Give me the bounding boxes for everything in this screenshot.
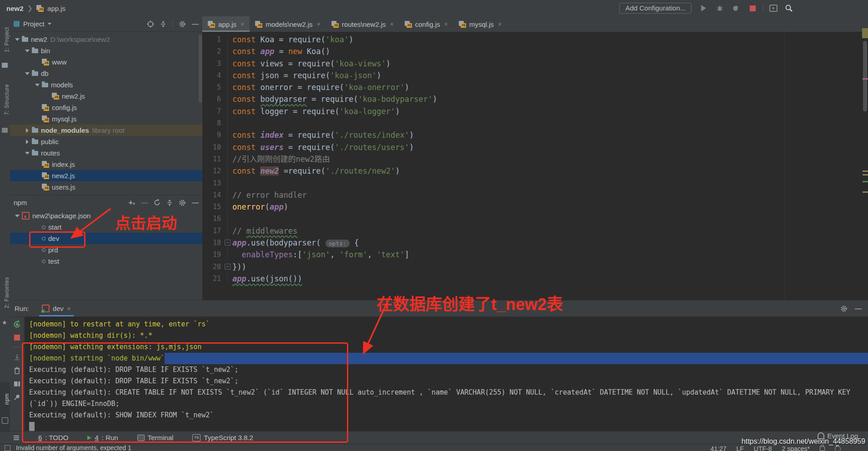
run-button[interactable] — [699, 4, 708, 13]
gear-icon[interactable] — [179, 20, 186, 28]
npm-script-row[interactable]: start — [10, 221, 202, 233]
line-ending[interactable]: LF — [737, 445, 744, 451]
npm-script-row[interactable]: new2\package.json — [10, 210, 202, 221]
remove-icon[interactable]: — — [141, 199, 148, 206]
chevron-down-icon[interactable] — [48, 23, 51, 25]
indent-setting[interactable]: 2 spaces* — [782, 445, 810, 451]
collapse-all-icon[interactable] — [166, 200, 173, 206]
gear-icon[interactable] — [840, 305, 848, 312]
close-icon[interactable]: × — [498, 20, 502, 28]
close-icon[interactable]: × — [241, 20, 244, 28]
add-icon[interactable]: +▾ — [129, 198, 135, 207]
close-icon[interactable]: × — [444, 20, 448, 28]
hide-panel-icon[interactable]: — — [192, 20, 199, 28]
project-scrollbar[interactable] — [199, 35, 202, 103]
tree-expand-arrow[interactable] — [33, 84, 42, 86]
npm-script-row[interactable]: prd — [10, 244, 202, 256]
rerun-icon[interactable] — [13, 321, 21, 328]
tree-row[interactable]: JSwww — [10, 56, 202, 68]
locate-file-icon[interactable] — [147, 20, 154, 28]
encoding[interactable]: UTF-8 — [754, 445, 772, 451]
editor-tab[interactable]: JSapp.js× — [202, 16, 250, 32]
editor-tab[interactable]: JSroutes\new2.js× — [326, 16, 399, 32]
tree-row[interactable]: JSnew2.js — [10, 170, 202, 181]
tree-expand-arrow[interactable] — [13, 215, 22, 217]
tree-row[interactable]: routes — [10, 147, 202, 159]
lock-icon[interactable] — [820, 446, 825, 451]
line-number: 14 — [202, 189, 228, 201]
breadcrumb-file[interactable]: app.js — [47, 5, 65, 12]
collapse-all-icon[interactable] — [160, 21, 166, 27]
tree-row[interactable]: JSnew2.js — [10, 90, 202, 102]
run-console[interactable]: [nodemon] to restart at any time, enter … — [25, 317, 868, 431]
error-stripe-mark[interactable] — [863, 181, 868, 182]
error-stripe-mark[interactable] — [863, 174, 868, 175]
tool-window-tab-favorites[interactable]: 2: Favorites — [0, 269, 10, 316]
close-icon[interactable]: × — [390, 20, 394, 28]
fold-marker-icon[interactable]: − — [225, 264, 231, 270]
fold-marker-icon[interactable]: − — [225, 240, 231, 246]
tree-expand-arrow[interactable] — [23, 140, 32, 144]
pin-icon[interactable] — [14, 394, 20, 401]
tree-row[interactable]: public — [10, 136, 202, 147]
tree-row[interactable]: JSindex.js — [10, 159, 202, 170]
stop-button[interactable] — [748, 4, 757, 13]
stop-icon[interactable] — [14, 335, 20, 341]
structure-tool-icon — [2, 128, 8, 133]
hide-panel-icon[interactable]: — — [855, 305, 862, 312]
tree-row[interactable]: JSmysql.js — [10, 113, 202, 125]
tree-row[interactable]: models — [10, 79, 202, 90]
editor-tab[interactable]: JSconfig.js× — [399, 16, 453, 32]
hector-icon[interactable] — [835, 446, 841, 451]
error-stripe-mark[interactable] — [863, 170, 868, 172]
debug-icon[interactable] — [715, 4, 724, 13]
layout-icon[interactable] — [14, 381, 20, 387]
search-everywhere-icon[interactable] — [784, 4, 793, 13]
tree-expand-arrow[interactable] — [23, 152, 32, 155]
tree-row[interactable]: db — [10, 68, 202, 79]
gear-icon[interactable] — [179, 199, 186, 206]
error-stripe-mark[interactable] — [863, 191, 868, 193]
tree-expand-arrow[interactable] — [23, 128, 32, 133]
tree-expand-arrow[interactable] — [23, 72, 32, 75]
run-anything-icon[interactable] — [769, 4, 778, 13]
scroll-to-end-icon[interactable] — [14, 354, 20, 361]
tree-row[interactable]: JSusers.js — [10, 181, 202, 193]
close-icon[interactable]: × — [317, 20, 321, 28]
run-tab-dev[interactable]: dev × — [39, 301, 74, 316]
editor-tab[interactable]: JSmodels\new2.js× — [250, 16, 326, 32]
npm-script-row[interactable]: dev — [10, 233, 202, 244]
project-panel-title[interactable]: Project — [23, 20, 45, 28]
tool-window-button-run[interactable]: 4: Run — [87, 434, 118, 441]
clear-all-icon[interactable] — [14, 367, 20, 374]
tree-row[interactable]: bin — [10, 45, 202, 56]
tool-window-button-terminal[interactable]: Terminal — [137, 434, 174, 441]
caret-position[interactable]: 41:27 — [710, 445, 726, 451]
hide-panel-icon[interactable]: — — [192, 199, 199, 206]
tool-window-tab-npm[interactable]: npm — [0, 386, 10, 413]
tool-window-button-todo[interactable]: 6: TODO — [38, 434, 68, 441]
tool-windows-icon[interactable] — [14, 437, 19, 438]
tool-window-tab-structure[interactable]: 7: Structure — [0, 75, 10, 125]
code-viewport[interactable]: 1const Koa = require('koa')2const app = … — [202, 32, 868, 300]
close-icon[interactable]: × — [67, 305, 71, 312]
tree-row[interactable]: new2D:\workspace\new2 — [10, 34, 202, 45]
editor-tab[interactable]: JSmysql.js× — [453, 16, 507, 32]
tool-window-tab-project[interactable]: 1: Project — [0, 19, 10, 60]
tree-expand-arrow[interactable] — [13, 38, 22, 41]
tree-row[interactable]: node_moduleslibrary root — [10, 125, 202, 136]
tree-row[interactable]: JSconfig.js — [10, 102, 202, 113]
add-configuration-button[interactable]: Add Configuration... — [619, 3, 692, 14]
inspection-indicator[interactable] — [862, 28, 868, 38]
npm-script-row[interactable]: test — [10, 256, 202, 267]
line-number: 1 — [202, 34, 228, 45]
breadcrumb-project[interactable]: new2 — [6, 5, 24, 12]
tool-window-button-typescript382[interactable]: TSTypeScript 3.8.2 — [192, 434, 253, 441]
breadcrumb[interactable]: new2 ❯ JS app.js — [6, 0, 65, 16]
npm-panel-title[interactable]: npm — [14, 199, 27, 206]
editor-scrollbar[interactable] — [863, 41, 867, 111]
error-stripe-mark[interactable] — [863, 78, 868, 80]
tree-expand-arrow[interactable] — [23, 50, 32, 52]
coverage-icon[interactable] — [732, 4, 741, 13]
reload-scripts-icon[interactable] — [154, 199, 161, 206]
